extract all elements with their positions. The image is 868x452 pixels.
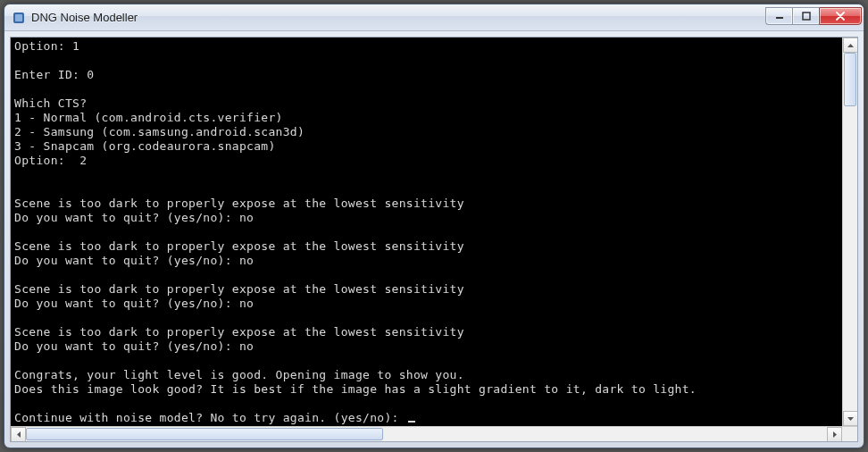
scroll-thumb-horizontal[interactable] <box>26 428 383 440</box>
close-button[interactable] <box>819 7 862 25</box>
scroll-track-vertical[interactable] <box>843 53 857 411</box>
svg-rect-1 <box>15 14 22 21</box>
window-controls <box>765 7 862 25</box>
horizontal-scrollbar[interactable] <box>11 427 842 441</box>
cursor <box>408 421 415 423</box>
titlebar[interactable]: DNG Noise Modeller <box>4 4 864 31</box>
scroll-thumb-vertical[interactable] <box>844 53 856 106</box>
scroll-right-button[interactable] <box>827 427 842 442</box>
app-icon <box>12 11 26 25</box>
svg-rect-2 <box>776 17 783 19</box>
scroll-track-horizontal[interactable] <box>26 427 827 441</box>
scroll-down-button[interactable] <box>843 411 857 426</box>
maximize-button[interactable] <box>792 7 819 25</box>
scroll-corner <box>842 427 857 442</box>
console-output[interactable]: Option: 1 Enter ID: 0 Which CTS? 1 - Nor… <box>11 38 842 426</box>
svg-rect-3 <box>803 13 810 20</box>
scroll-left-button[interactable] <box>11 427 26 442</box>
app-window: DNG Noise Modeller Option: 1 Enter ID: 0… <box>4 4 864 448</box>
minimize-button[interactable] <box>765 7 792 25</box>
content-area: Option: 1 Enter ID: 0 Which CTS? 1 - Nor… <box>10 37 858 442</box>
console-wrapper: Option: 1 Enter ID: 0 Which CTS? 1 - Nor… <box>11 38 857 426</box>
window-title: DNG Noise Modeller <box>31 11 765 24</box>
vertical-scrollbar[interactable] <box>842 38 857 426</box>
scroll-up-button[interactable] <box>843 38 857 53</box>
horizontal-scroll-row <box>11 426 857 441</box>
